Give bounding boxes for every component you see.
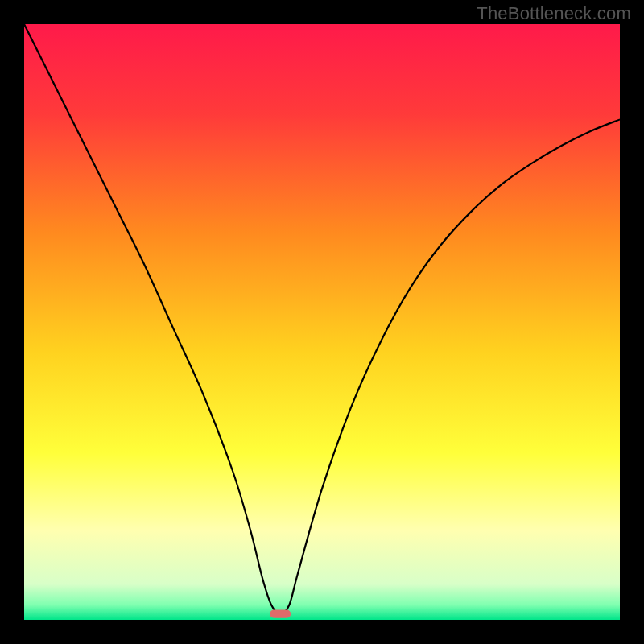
gradient-background (24, 24, 620, 620)
chart-frame (24, 24, 620, 620)
watermark-text: TheBottleneck.com (477, 3, 631, 24)
bottleneck-chart (24, 24, 620, 620)
optimum-marker (270, 609, 291, 617)
